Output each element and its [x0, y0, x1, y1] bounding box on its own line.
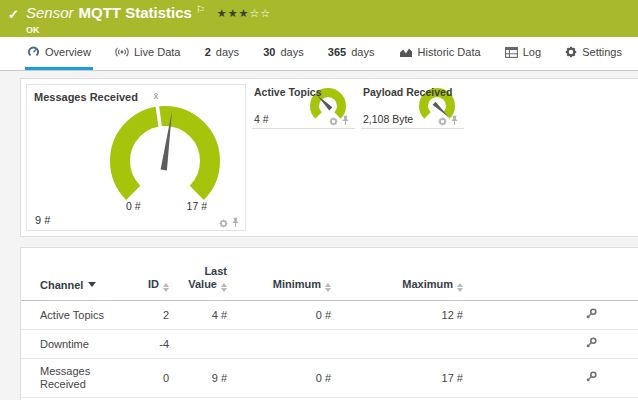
- channel-last-value: 9 #: [173, 359, 231, 398]
- star-filled-icon[interactable]: ★: [239, 7, 250, 19]
- gauge-controls: [219, 217, 240, 228]
- prtg-sensor-page: ✓ Sensor MQTT Statistics ⚐ ★★★☆☆ OK Over…: [0, 0, 638, 400]
- tab-settings[interactable]: Settings: [563, 37, 624, 70]
- channel-minimum: 0 #: [231, 359, 335, 398]
- tab-label: Historic Data: [418, 46, 481, 58]
- star-empty-icon[interactable]: ☆: [260, 7, 271, 19]
- column-label: Minimum: [273, 278, 321, 290]
- tab-number: 30: [263, 46, 275, 58]
- channel-name: Active Topics: [21, 301, 141, 330]
- gauge-controls: [329, 115, 350, 126]
- tab-label: days: [216, 46, 239, 58]
- tab-365-days[interactable]: 365days: [326, 37, 377, 70]
- tab-bar: OverviewLive Data2days30days365daysHisto…: [0, 37, 638, 71]
- channel-row-active-topics[interactable]: Active Topics24 #0 #12 #: [21, 301, 638, 330]
- tab-30-days[interactable]: 30days: [261, 37, 306, 70]
- gauge-max-label: 17 #: [187, 200, 208, 212]
- sort-toggle-icon: [325, 283, 331, 292]
- gauge-payload-received: Payload Received 2,108 Byte: [361, 84, 464, 129]
- gauge-min-label: 0 #: [126, 200, 141, 212]
- column-header-min[interactable]: Minimum: [231, 265, 335, 301]
- tab-label: Overview: [45, 46, 91, 58]
- gauge-title: Payload Received: [363, 86, 452, 98]
- edit-channel-icon[interactable]: [585, 336, 598, 349]
- channel-minimum: 0 #: [231, 301, 335, 330]
- gauge-messages-received: Messages Received x̄ 0 # 17 # 9 #: [26, 84, 246, 231]
- column-label: ID: [148, 278, 159, 290]
- overview-gauge-icon: [27, 46, 40, 58]
- gauge-current-value: 4 #: [254, 113, 269, 125]
- channel-id: 0: [141, 359, 173, 398]
- pin-icon[interactable]: [231, 217, 240, 228]
- gear-icon[interactable]: [329, 117, 338, 126]
- historic-data-icon: [399, 47, 413, 58]
- channels-table: ChannelIDLast ValueMinimumMaximum Active…: [21, 265, 638, 400]
- channel-actions: [467, 359, 638, 398]
- channel-row-messages-received[interactable]: Messages Received09 #0 #17 #: [21, 359, 638, 398]
- tab-number: 2: [205, 46, 211, 58]
- pin-icon[interactable]: [450, 115, 459, 126]
- gauges-panel: Messages Received x̄ 0 # 17 # 9 # Active…: [20, 78, 638, 237]
- messages-received-gauge: x̄ 0 # 17 #: [27, 85, 245, 230]
- pin-icon[interactable]: [341, 115, 350, 126]
- star-filled-icon[interactable]: ★: [217, 7, 228, 19]
- overview-content: Messages Received x̄ 0 # 17 # 9 # Active…: [0, 71, 638, 400]
- tab-number: 365: [328, 46, 346, 58]
- channel-id: 2: [141, 301, 173, 330]
- mean-marker-label: x̄: [154, 91, 159, 101]
- column-header-id[interactable]: ID: [141, 265, 173, 301]
- gear-icon[interactable]: [219, 219, 228, 228]
- gauge-title: Active Topics: [254, 86, 322, 98]
- table-header-row: ChannelIDLast ValueMinimumMaximum: [21, 265, 638, 301]
- sort-toggle-icon: [163, 283, 169, 292]
- star-filled-icon[interactable]: ★: [228, 7, 239, 19]
- column-header-last[interactable]: Last Value: [173, 265, 231, 301]
- star-empty-icon[interactable]: ☆: [249, 7, 260, 19]
- gauge-active-topics: Active Topics 4 #: [252, 84, 355, 129]
- tab-label: Settings: [582, 46, 622, 58]
- priority-stars: ★★★☆☆: [217, 5, 271, 21]
- channel-minimum: [231, 330, 335, 359]
- channel-id: -4: [141, 330, 173, 359]
- channel-maximum: [335, 330, 467, 359]
- edit-channel-icon[interactable]: [585, 307, 598, 320]
- gauge-current-value: 2,108 Byte: [363, 113, 413, 125]
- sensor-header: ✓ Sensor MQTT Statistics ⚐ ★★★☆☆ OK: [0, 0, 638, 37]
- sensor-title: MQTT Statistics: [79, 5, 192, 21]
- tab-label: days: [351, 46, 374, 58]
- tab-label: Live Data: [134, 46, 180, 58]
- channel-last-value: [173, 330, 231, 359]
- channel-name: Messages Received: [21, 359, 141, 398]
- channel-name: Downtime: [21, 330, 141, 359]
- gauge-current-value: 9 #: [35, 214, 50, 226]
- live-data-icon: [115, 46, 129, 58]
- tab-2-days[interactable]: 2days: [203, 37, 241, 70]
- gauge-title: Messages Received: [34, 91, 138, 103]
- tab-label: days: [280, 46, 303, 58]
- sort-toggle-icon: [457, 283, 463, 292]
- column-header-max[interactable]: Maximum: [335, 265, 467, 301]
- channel-actions: [467, 330, 638, 359]
- tab-label: Log: [523, 46, 541, 58]
- column-label: Channel: [40, 279, 83, 291]
- channel-last-value: 4 #: [173, 301, 231, 330]
- gauge-controls: [438, 115, 459, 126]
- tab-historic-data[interactable]: Historic Data: [397, 37, 483, 70]
- settings-gear-icon: [565, 46, 577, 58]
- tab-live-data[interactable]: Live Data: [113, 37, 182, 70]
- edit-channel-icon[interactable]: [585, 370, 598, 383]
- status-check-icon: ✓: [8, 7, 22, 22]
- channel-maximum: 17 #: [335, 359, 467, 398]
- column-label: Maximum: [402, 278, 453, 290]
- channels-panel: ChannelIDLast ValueMinimumMaximum Active…: [20, 247, 638, 400]
- channel-actions: [467, 301, 638, 330]
- channel-row-downtime[interactable]: Downtime-4: [21, 330, 638, 359]
- sensor-title-block: Sensor MQTT Statistics ⚐ ★★★☆☆ OK: [26, 5, 271, 35]
- gear-icon[interactable]: [438, 117, 447, 126]
- column-header-actions: [467, 265, 638, 301]
- tab-overview[interactable]: Overview: [25, 37, 93, 70]
- channel-maximum: 12 #: [335, 301, 467, 330]
- tab-log[interactable]: Log: [503, 37, 543, 70]
- flag-icon[interactable]: ⚐: [196, 2, 205, 18]
- column-header-channel[interactable]: Channel: [21, 265, 141, 301]
